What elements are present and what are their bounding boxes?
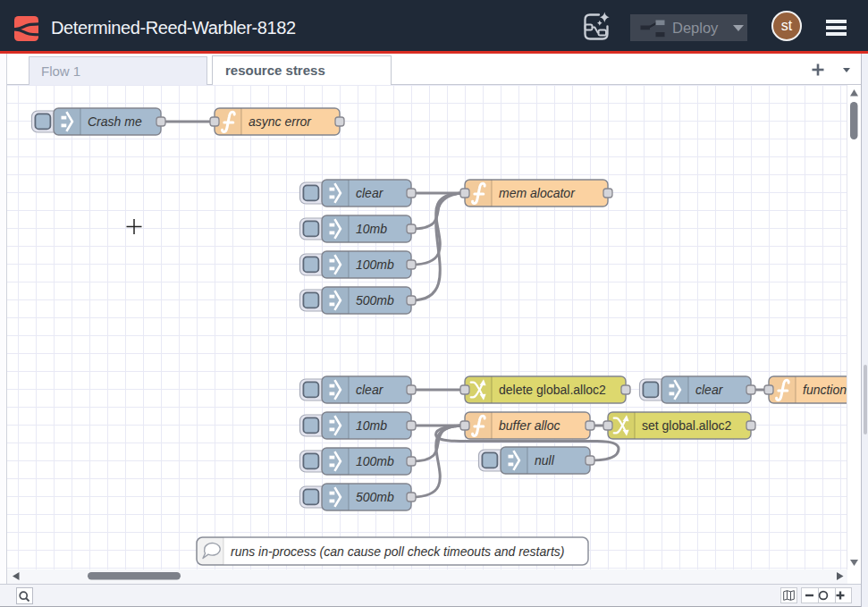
svg-text:100mb: 100mb [356, 257, 394, 272]
svg-text:100mb: 100mb [356, 454, 394, 468]
svg-text:delete global.alloc2: delete global.alloc2 [499, 383, 606, 397]
svg-text:10mb: 10mb [356, 222, 387, 236]
svg-text:function: function [803, 383, 847, 397]
svg-text:500mb: 500mb [356, 293, 394, 308]
svg-text:async error: async error [249, 114, 312, 129]
svg-text:mem alocator: mem alocator [499, 186, 576, 200]
svg-text:clear: clear [356, 186, 384, 200]
svg-text:500mb: 500mb [356, 490, 394, 504]
svg-text:Crash me: Crash me [88, 114, 142, 129]
svg-text:clear: clear [695, 383, 724, 397]
svg-text:clear: clear [356, 383, 384, 397]
svg-text:null: null [535, 453, 555, 468]
svg-text:buffer alloc: buffer alloc [499, 418, 560, 433]
svg-text:10mb: 10mb [356, 418, 387, 433]
svg-text:runs in-process (can cause pol: runs in-process (can cause poll check ti… [231, 544, 565, 559]
svg-text:set global.alloc2: set global.alloc2 [642, 418, 732, 433]
